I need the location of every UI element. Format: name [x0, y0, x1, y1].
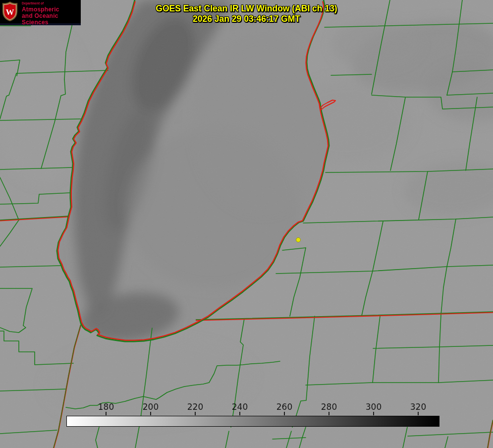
uw-crest-icon: W — [1, 1, 18, 22]
uw-aos-logo-banner: W Department of Atmospheric and Oceanic … — [0, 0, 81, 25]
station-marker-dot — [296, 238, 301, 242]
goes-satellite-viewer: W Department of Atmospheric and Oceanic … — [0, 0, 493, 448]
satellite-map-canvas — [0, 0, 493, 448]
logo-department-text: Department of — [22, 2, 81, 5]
logo-line2: and Oceanic Sciences — [22, 13, 81, 26]
image-grain — [0, 0, 493, 448]
crest-letter: W — [6, 7, 14, 17]
logo-line1: Atmospheric — [22, 6, 81, 13]
logo-text-block: Department of Atmospheric and Oceanic Sc… — [22, 2, 81, 26]
